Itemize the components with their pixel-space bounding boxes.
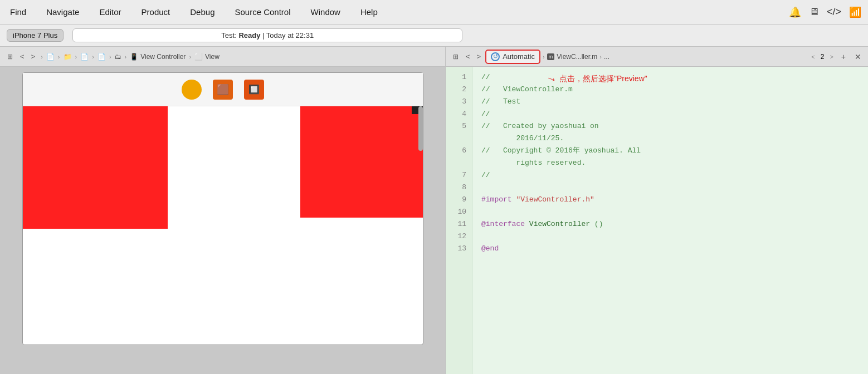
nav-forward-button[interactable]: > (29, 51, 38, 62)
menu-debug[interactable]: Debug (187, 5, 218, 19)
main-content: ⊞ < > › 📄 › 📁 › 📄 › 📄 › 🗂 › 📱 View Contr… (0, 47, 868, 374)
display-icon[interactable]: 🖥 (809, 6, 819, 18)
line-num-5b (446, 132, 472, 145)
code-line-2: // ViewController.m (481, 83, 859, 96)
line-num-6: 6 (446, 145, 472, 157)
right-nav-bar: ⊞ < > Automatic › m ViewC...ller.m › ...… (446, 47, 868, 67)
bc-phone-icon: 📱 (130, 53, 138, 61)
line-num-6b (446, 157, 472, 169)
line-num-1: 1 (446, 71, 472, 83)
right-grid-icon[interactable]: ⊞ (450, 51, 461, 62)
line-num-4: 4 (446, 108, 472, 120)
code-line-6b: rights reserved. (481, 157, 859, 169)
code-line-6: // Copyright © 2016年 yaoshuai. All (481, 145, 859, 157)
automatic-label: Automatic (503, 52, 535, 61)
file-name[interactable]: m ViewC...ller.m (547, 53, 598, 61)
status-bar: Test: Ready | Today at 22:31 (72, 28, 462, 42)
status-ready: Ready (238, 31, 260, 40)
automatic-button[interactable]: Automatic (485, 50, 540, 64)
menu-find[interactable]: Find (7, 5, 30, 19)
right-pane: ⊞ < > Automatic › m ViewC...ller.m › ...… (446, 47, 868, 374)
line-num-3: 3 (446, 96, 472, 108)
line-num-12: 12 (446, 230, 472, 243)
device-label: iPhone 7 Plus (13, 31, 57, 40)
grid-icon[interactable]: ⊞ (4, 51, 16, 62)
code-line-11: @interface ViewController () (481, 218, 859, 230)
line-numbers: 1 2 3 4 5 6 7 8 9 10 11 12 13 (446, 67, 472, 374)
code-line-7: // (481, 169, 859, 181)
right-nav-back-button[interactable]: < (464, 51, 472, 62)
bc-view-controller: View Controller (140, 53, 186, 61)
add-editor-button[interactable]: + (839, 51, 848, 62)
line-num-2: 2 (446, 83, 472, 96)
iphone-content (23, 106, 423, 345)
bc-doc2-icon: 📄 (97, 53, 106, 61)
code-line-9: #import "ViewController.h" (481, 194, 859, 206)
code-line-3: // Test (481, 96, 859, 108)
preview-area: 🟫 🔲 (0, 67, 445, 374)
code-editor[interactable]: 1 2 3 4 5 6 7 8 9 10 11 12 13 (446, 67, 868, 374)
file-name-label: ViewC...ller.m (557, 53, 597, 61)
ellipsis-label: ... (604, 53, 609, 61)
code-area-wrapper: 1 2 3 4 5 6 7 8 9 10 11 12 13 (446, 67, 868, 374)
red-block-left (23, 106, 168, 229)
bc-file-icon: 📄 (46, 53, 55, 61)
menu-source-control[interactable]: Source Control (231, 5, 294, 19)
left-pane: ⊞ < > › 📄 › 📁 › 📄 › 📄 › 🗂 › 📱 View Contr… (0, 47, 446, 374)
nav-back-button[interactable]: < (18, 51, 27, 62)
status-sep: | (260, 31, 266, 40)
left-nav-bar: ⊞ < > › 📄 › 📁 › 📄 › 📄 › 🗂 › 📱 View Contr… (0, 47, 445, 67)
code-line-1: // (481, 71, 859, 83)
iphone-top-bar: 🟫 🔲 (23, 73, 423, 106)
menu-navigate[interactable]: Navigate (43, 5, 82, 19)
menu-help[interactable]: Help (357, 5, 381, 19)
code-line-10 (481, 206, 859, 218)
line-num-8: 8 (446, 181, 472, 194)
code-line-8 (481, 181, 859, 194)
code-content: // // ViewController.m // Test // // Cre… (472, 67, 868, 374)
code-line-13: @end (481, 243, 859, 255)
status-time: Today at 22:31 (266, 31, 314, 40)
toolbar: iPhone 7 Plus Test: Ready | Today at 22:… (0, 24, 868, 47)
code-line-5b: 2016/11/25. (481, 132, 859, 145)
code-line-5: // Created by yaoshuai on (481, 120, 859, 132)
file-type-icon: m (547, 53, 555, 60)
code-line-4: // (481, 108, 859, 120)
line-num-10: 10 (446, 206, 472, 218)
right-nav-actions: < 2 > + ✕ (810, 51, 864, 62)
yellow-circle-icon (182, 80, 202, 100)
line-num-13: 13 (446, 243, 472, 255)
menu-editor[interactable]: Editor (96, 5, 124, 19)
scrollbar-thumb[interactable] (418, 106, 423, 151)
menu-window[interactable]: Window (308, 5, 344, 19)
code-line-12 (481, 230, 859, 243)
right-nav-forward-button[interactable]: > (475, 51, 484, 62)
notification-icon[interactable]: 🔔 (789, 6, 801, 18)
line-num-5: 5 (446, 120, 472, 132)
page-number: 2 (821, 53, 825, 61)
menu-icons: 🔔 🖥 </> 📶 (789, 6, 861, 18)
bc-doc-icon: 📄 (80, 53, 89, 61)
bc-view-icon: ⬜ (194, 53, 203, 61)
device-selector[interactable]: iPhone 7 Plus (7, 29, 64, 42)
close-editor-button[interactable]: ✕ (852, 51, 864, 62)
automatic-icon (491, 52, 500, 61)
iphone-frame: 🟫 🔲 (22, 72, 423, 345)
bc-view-label: View (205, 53, 220, 61)
bc-folder-icon: 📁 (64, 53, 72, 61)
code-icon[interactable]: </> (827, 6, 841, 18)
orange-cube-icon: 🟫 (213, 80, 233, 100)
red-block-right (300, 106, 423, 218)
bc-class-icon: 🗂 (115, 53, 121, 61)
wifi-icon: 📶 (849, 6, 861, 18)
line-num-7: 7 (446, 169, 472, 181)
menu-bar: Find Navigate Editor Product Debug Sourc… (0, 0, 868, 24)
status-prefix: Test: (221, 31, 238, 40)
menu-product[interactable]: Product (138, 5, 174, 19)
line-num-9: 9 (446, 194, 472, 206)
orange-box-icon: 🔲 (244, 80, 264, 100)
line-num-11: 11 (446, 218, 472, 230)
